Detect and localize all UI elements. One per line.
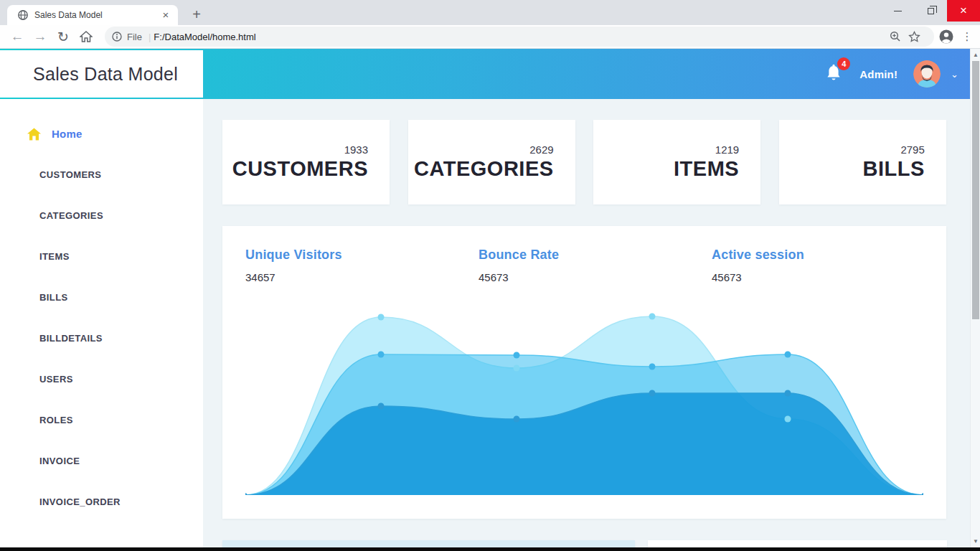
browser-menu-button[interactable]: ⋮	[957, 30, 977, 43]
sidebar-item-label: BILLS	[39, 292, 68, 303]
zoom-page-button[interactable]	[890, 31, 908, 42]
page-scrollbar[interactable]: ▲ ▼	[970, 49, 980, 551]
app-header: Sales Data Model 4 Admin!	[0, 49, 980, 99]
metric-value: 34657	[245, 271, 479, 283]
tab-title: Sales Data Model	[34, 10, 159, 20]
scrollbar-thumb[interactable]	[972, 61, 979, 319]
info-icon	[112, 32, 122, 42]
stat-label: CATEGORIES	[414, 157, 554, 181]
stat-value: 2629	[529, 143, 553, 156]
browser-profile-button[interactable]	[938, 29, 957, 44]
back-button[interactable]: ←	[6, 29, 29, 44]
home-icon	[27, 128, 41, 141]
address-scheme-label: File	[127, 32, 142, 42]
restore-button[interactable]	[914, 0, 947, 22]
home-button[interactable]	[75, 29, 98, 44]
page-viewport: Sales Data Model 4 Admin!	[0, 49, 980, 551]
tab-close-button[interactable]: ×	[159, 9, 172, 22]
toolbar-right: ⋮	[938, 29, 977, 44]
metric-label: Bounce Rate	[479, 248, 712, 263]
minimize-icon	[894, 11, 902, 11]
reload-button[interactable]: ↻	[52, 29, 75, 45]
browser-titlebar: Sales Data Model × + ×	[0, 0, 980, 25]
stats-row: 1933 CUSTOMERS 2629 CATEGORIES 1219 ITEM…	[222, 120, 946, 204]
stat-card-categories: 2629 CATEGORIES	[408, 120, 575, 204]
stat-label: CUSTOMERS	[232, 157, 368, 181]
stat-card-bills: 2795 BILLS	[779, 120, 946, 204]
stat-value: 2795	[900, 143, 924, 156]
metric-unique-visitors: Unique Visitors 34657	[245, 248, 479, 283]
sidebar-item-invoice[interactable]: INVOICE	[0, 441, 203, 481]
sidebar-item-billdetails[interactable]: BILLDETAILS	[0, 318, 203, 359]
visitors-area-chart	[245, 306, 923, 495]
notifications-button[interactable]: 4	[825, 63, 844, 85]
bookmark-star-button[interactable]	[908, 31, 927, 42]
stat-card-customers: 1933 CUSTOMERS	[222, 120, 390, 204]
sidebar-item-label: USERS	[39, 374, 73, 385]
stat-label: BILLS	[863, 157, 925, 181]
scrollbar-down-arrow[interactable]: ▼	[971, 537, 980, 547]
address-separator: |	[149, 32, 151, 42]
sidebar-item-label: CUSTOMERS	[39, 169, 101, 180]
sidebar-item-bills[interactable]: BILLS	[0, 277, 203, 318]
sidebar-item-label: CATEGORIES	[39, 210, 103, 221]
sidebar-item-label: INVOICE_ORDER	[39, 496, 121, 507]
avatar-icon	[913, 60, 941, 88]
sidebar-item-items[interactable]: ITEMS	[0, 236, 203, 277]
metric-value: 45673	[712, 271, 923, 283]
sidebar-menu: Home CUSTOMERS CATEGORIES ITEMS BILLS BI…	[0, 99, 203, 522]
user-avatar[interactable]	[913, 60, 941, 88]
metric-value: 45673	[479, 271, 712, 283]
header-actions: 4 Admin! ⌄	[825, 49, 958, 99]
minimize-button[interactable]	[881, 0, 914, 22]
star-icon	[908, 31, 920, 42]
browser-toolbar: ← → ↻ File | F:/DataModel/home.html	[0, 25, 980, 49]
globe-favicon-icon	[17, 9, 29, 21]
notification-badge: 4	[837, 57, 850, 70]
window-controls: ×	[881, 0, 980, 22]
browser-tab[interactable]: Sales Data Model ×	[7, 5, 178, 25]
address-bar[interactable]: File | F:/DataModel/home.html	[105, 27, 934, 47]
sidebar-item-label: Home	[52, 128, 82, 140]
restore-icon	[928, 8, 934, 14]
sidebar: Home CUSTOMERS CATEGORIES ITEMS BILLS BI…	[0, 99, 203, 551]
metric-label: Active session	[712, 248, 923, 263]
user-greeting: Admin!	[859, 68, 897, 80]
sidebar-item-label: INVOICE	[39, 456, 80, 466]
sidebar-item-roles[interactable]: ROLES	[0, 400, 203, 441]
stat-value: 1933	[344, 143, 368, 156]
user-menu-chevron-icon[interactable]: ⌄	[951, 69, 958, 80]
metric-active-session: Active session 45673	[712, 248, 923, 283]
sidebar-item-label: ROLES	[39, 415, 73, 425]
new-tab-button[interactable]: +	[187, 5, 207, 25]
stat-value: 1219	[715, 143, 739, 156]
browser-window: Sales Data Model × + × ← → ↻ File |	[0, 0, 980, 551]
brand-logo-box: Sales Data Model	[0, 50, 203, 98]
forward-button[interactable]: →	[29, 29, 52, 44]
address-url: F:/DataModel/home.html	[154, 32, 255, 42]
brand-title: Sales Data Model	[33, 64, 178, 85]
sidebar-item-label: BILLDETAILS	[39, 333, 103, 344]
stat-card-items: 1219 ITEMS	[593, 120, 760, 204]
scrollbar-up-arrow[interactable]: ▲	[971, 50, 980, 60]
metrics-row: Unique Visitors 34657 Bounce Rate 45673 …	[245, 248, 923, 283]
magnifier-plus-icon	[890, 31, 901, 42]
sidebar-item-label: ITEMS	[39, 251, 70, 262]
metric-label: Unique Visitors	[245, 248, 479, 263]
sidebar-item-categories[interactable]: CATEGORIES	[0, 195, 203, 236]
visitors-chart-card: Unique Visitors 34657 Bounce Rate 45673 …	[222, 226, 946, 519]
stat-label: ITEMS	[674, 157, 739, 181]
close-button[interactable]: ×	[947, 0, 980, 22]
main-content: 1933 CUSTOMERS 2629 CATEGORIES 1219 ITEM…	[203, 99, 970, 551]
taskbar-edge-strip	[0, 547, 980, 551]
sidebar-item-users[interactable]: USERS	[0, 359, 203, 400]
sidebar-item-customers[interactable]: CUSTOMERS	[0, 154, 203, 195]
profile-icon	[938, 29, 954, 44]
metric-bounce-rate: Bounce Rate 45673	[479, 248, 712, 283]
sidebar-item-home[interactable]: Home	[0, 113, 203, 154]
home-toolbar-icon	[80, 31, 93, 42]
sidebar-item-invoice-order[interactable]: INVOICE_ORDER	[0, 481, 203, 522]
